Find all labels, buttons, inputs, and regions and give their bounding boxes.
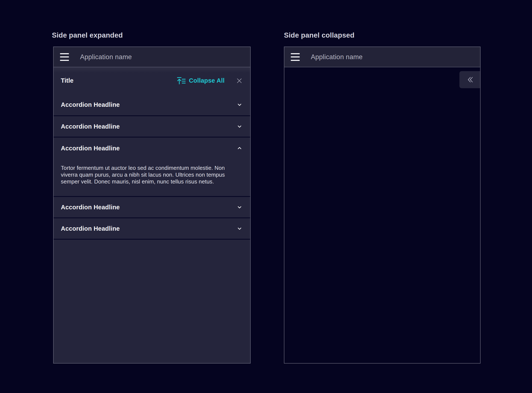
accordion-headline: Accordion Headline [61, 145, 120, 152]
app-name: Application name [80, 53, 132, 61]
side-panel-title: Title [61, 77, 73, 84]
chevron-down-icon [236, 225, 243, 232]
side-panel-expanded: Application name Title Collapse All [53, 47, 251, 364]
double-chevron-left-icon [465, 76, 474, 84]
accordion-body-line: semper velit. Donec mauris, nisl enim, n… [61, 178, 243, 185]
app-name: Application name [311, 53, 363, 61]
accordion-headline: Accordion Headline [61, 225, 120, 232]
collapse-all-label: Collapse All [189, 77, 225, 84]
side-panel-title-row: Title Collapse All [53, 67, 250, 94]
accordion-body-line: viverra quam purus, arcu a nibh sit lacu… [61, 171, 243, 178]
collapse-all-button[interactable]: Collapse All [177, 76, 225, 85]
accordion-headline: Accordion Headline [61, 101, 120, 108]
menu-icon[interactable] [60, 53, 69, 61]
collapsed-content [284, 67, 480, 363]
chevron-down-icon [236, 123, 243, 130]
accordion-header-5[interactable]: Accordion Headline [53, 218, 250, 239]
side-panel-collapsed: Application name [284, 47, 481, 364]
menu-icon[interactable] [291, 53, 300, 61]
design-canvas: Side panel expanded Side panel collapsed… [0, 0, 532, 393]
expand-side-panel-button[interactable] [459, 71, 480, 88]
app-header: Application name [53, 47, 250, 67]
accordion-header-1[interactable]: Accordion Headline [53, 94, 250, 115]
close-icon [236, 77, 243, 84]
accordion-header-3[interactable]: Accordion Headline [53, 138, 250, 159]
chevron-down-icon [236, 101, 243, 108]
section-label-expanded: Side panel expanded [52, 31, 123, 39]
section-label-collapsed: Side panel collapsed [284, 31, 354, 39]
close-panel-button[interactable] [236, 77, 243, 84]
app-header: Application name [284, 47, 480, 67]
accordion-header-2[interactable]: Accordion Headline [53, 116, 250, 137]
collapse-all-icon [177, 76, 186, 85]
accordion-body: Tortor fermentum ut auctor leo sed ac co… [53, 159, 250, 196]
accordion-headline: Accordion Headline [61, 123, 120, 130]
accordion-header-4[interactable]: Accordion Headline [53, 197, 250, 217]
chevron-down-icon [236, 204, 243, 211]
accordion-body-line: Tortor fermentum ut auctor leo sed ac co… [61, 164, 243, 171]
side-panel-content: Title Collapse All [53, 67, 250, 363]
panel-filler [53, 240, 250, 363]
chevron-up-icon [236, 145, 243, 152]
accordion-headline: Accordion Headline [61, 204, 120, 211]
